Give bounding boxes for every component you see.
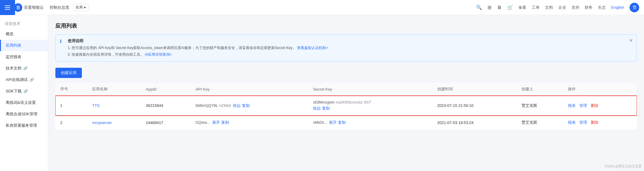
brand-logo-icon: 百 (14, 3, 22, 12)
delete-link[interactable]: 删除 (591, 103, 599, 108)
cell-index: 1 (55, 96, 87, 116)
col-appid: AppID (141, 83, 191, 96)
topnav-right: 🔍 ⊞ 🖥 🛒 备案 工单 文档 企业 支持 财务 生态 English 贾 (476, 3, 639, 12)
search-icon[interactable]: 🔍 (476, 5, 482, 10)
apikey-copy-link[interactable]: 复制 (242, 103, 250, 108)
report-link[interactable]: 报表 (568, 120, 576, 125)
sidebar-item-sdk[interactable]: SDK下载 🔗 (0, 86, 48, 97)
avatar[interactable]: 贾 (630, 3, 639, 12)
sidebar-item-label: API在线调试 (6, 77, 28, 82)
cell-row-actions: 报表 管理 删除 (563, 116, 637, 130)
sidebar-item-label: 离线合成SDK管理 (6, 111, 37, 117)
external-link-icon: 🔗 (23, 66, 28, 70)
sidebar-item-label: 概览 (6, 31, 14, 37)
info-box-title: 使用说明 (68, 38, 632, 44)
nav-ecosystem[interactable]: 生态 (598, 5, 606, 10)
cell-creator: 贾艾克斯 (517, 96, 563, 116)
app-table: 序号 应用名称 AppID API Key Secret Key 创建时间 创建… (55, 83, 637, 129)
app-name-link[interactable]: mcrpserver (92, 120, 112, 125)
nav-scope-label: 全局 (76, 5, 83, 10)
topnav: 百 百度智能云 控制台总览 全局 ▾ 🔍 ⊞ 🖥 🛒 备案 工单 文档 企业 支… (0, 0, 644, 15)
info-box-close-button[interactable]: ✕ (629, 38, 633, 43)
app-name-link[interactable]: TTS (92, 103, 100, 108)
info-box-line2: 2. 快速搜索AI全部应用详情，可使用自助工具。 AI应用详情查询> (68, 51, 632, 58)
page-title: 应用列表 (55, 22, 637, 30)
manage-link[interactable]: 管理 (579, 103, 587, 108)
monitor-icon[interactable]: 🖥 (497, 5, 502, 10)
nav-support[interactable]: 支持 (571, 5, 579, 10)
sidebar-item-monitor[interactable]: 监控报表 (0, 51, 48, 63)
col-created-time: 创建时间 (432, 83, 517, 96)
brand: 百 百度智能云 (14, 3, 44, 12)
nav-beian[interactable]: 备案 (519, 5, 526, 10)
cell-created-time: 2021-07-03 19:53:24 (432, 116, 517, 130)
apikey-collapse-link[interactable]: 收起 (233, 103, 241, 108)
sidebar-item-applist[interactable]: 应用列表 (0, 40, 48, 51)
hamburger-button[interactable] (0, 0, 15, 15)
col-secretkey: Secret Key (308, 83, 432, 96)
brand-name: 百度智能云 (24, 5, 44, 10)
table-body: 1 TTS 36215844 5bBtnGjQYBL HZMb8 (55, 96, 637, 130)
delete-link[interactable]: 删除 (591, 120, 599, 125)
hamburger-icon (4, 4, 11, 11)
sidebar-item-label: 技术文档 (6, 66, 21, 71)
table-row: 1 TTS 36215844 5bBtnGjQYBL HZMb8 (55, 96, 637, 116)
cell-secretkey: sMbOt... 展开 复制 (308, 116, 432, 130)
col-index: 序号 (55, 83, 87, 96)
cart-icon[interactable]: 🛒 (507, 5, 513, 10)
sidebar-item-api-debug[interactable]: API在线调试 🔗 (0, 74, 48, 86)
nav-docs[interactable]: 文档 (545, 5, 553, 10)
manage-link[interactable]: 管理 (579, 120, 587, 125)
info-icon: ℹ (60, 39, 62, 44)
external-link-icon: 🔗 (29, 78, 34, 82)
nav-ticket[interactable]: 工单 (532, 5, 540, 10)
secretkey-copy-link[interactable]: 复制 (338, 120, 346, 125)
apps-icon[interactable]: ⊞ (488, 5, 491, 10)
nav-finance[interactable]: 财务 (585, 5, 593, 10)
table-header: 序号 应用名称 AppID API Key Secret Key 创建时间 创建… (55, 83, 637, 96)
cell-appid: 36215844 (141, 96, 191, 116)
col-name: 应用名称 (87, 83, 141, 96)
cell-apikey: 5bBtnGjQYBL HZMb8 收起 复制 (190, 96, 308, 116)
secretkey-collapse-link[interactable]: 收起 (313, 106, 321, 110)
cell-apikey: GQsea... 展开 复制 (190, 116, 308, 130)
app-query-link[interactable]: AI应用详情查询> (145, 52, 172, 57)
sidebar-item-label: 监控报表 (6, 54, 21, 60)
cell-row-actions: 报表 管理 删除 (563, 96, 637, 116)
info-box: ℹ ✕ 使用说明 1. 您可通过应用的 API Key和 Secret Key获… (55, 34, 637, 62)
info-box-line1: 1. 您可通过应用的 API Key和 Secret Key获取Access_t… (68, 45, 632, 51)
cell-secretkey: xE8Mmzgwm ma2KM3oUoobz SfvT 收起 复制 (308, 96, 432, 116)
report-link[interactable]: 报表 (568, 103, 576, 108)
layout: 语音技术 概览 应用列表 监控报表 技术文档 🔗 API在线调试 🔗 SDK下载… (0, 0, 644, 171)
auth-mechanism-link[interactable]: 查看鉴权认证机制> (297, 46, 328, 50)
sidebar-item-offline-words[interactable]: 离线词&语义设置 (0, 97, 48, 108)
secretkey-expand-link[interactable]: 展开 (329, 120, 337, 125)
sidebar-item-label: 应用列表 (6, 43, 21, 48)
col-actions: 操作 (563, 83, 637, 96)
cell-index: 2 (55, 116, 87, 130)
sidebar-item-techdoc[interactable]: 技术文档 🔗 (0, 63, 48, 74)
secretkey-copy-link[interactable]: 复制 (322, 106, 330, 110)
apikey-copy-link[interactable]: 复制 (221, 120, 229, 125)
cell-created-time: 2023-07-15 21:50:10 (432, 96, 517, 116)
nav-language[interactable]: English (611, 5, 624, 10)
nav-overview[interactable]: 控制台总览 (50, 5, 69, 10)
main-content: 应用列表 ℹ ✕ 使用说明 1. 您可通过应用的 API Key和 Secret… (48, 15, 644, 171)
apikey-expand-link[interactable]: 展开 (212, 120, 220, 125)
table-row: 2 mcrpserver 24489417 GQsea... (55, 116, 637, 130)
app-list-table: 序号 应用名称 AppID API Key Secret Key 创建时间 创建… (55, 83, 637, 129)
cell-appid: 24489417 (141, 116, 191, 130)
chevron-down-icon: ▾ (84, 5, 86, 10)
sidebar-item-label: SDK下载 (6, 89, 22, 94)
sidebar-item-overview[interactable]: 概览 (0, 28, 48, 40)
topnav-left: 百 百度智能云 控制台总览 全局 ▾ (14, 3, 88, 12)
svg-text:百: 百 (16, 5, 20, 10)
nav-scope-selector[interactable]: 全局 ▾ (73, 4, 88, 11)
sidebar-item-private-deploy[interactable]: 私有部署服务管理 (0, 120, 48, 131)
nav-enterprise[interactable]: 企业 (558, 5, 566, 10)
sidebar-item-offline-sdk[interactable]: 离线合成SDK管理 (0, 108, 48, 120)
cell-creator: 贾艾克斯 (517, 116, 563, 130)
create-app-button[interactable]: 创建应用 (55, 68, 82, 78)
cell-app-name: mcrpserver (87, 116, 141, 130)
sidebar-section-title: 语音技术 (0, 17, 48, 28)
